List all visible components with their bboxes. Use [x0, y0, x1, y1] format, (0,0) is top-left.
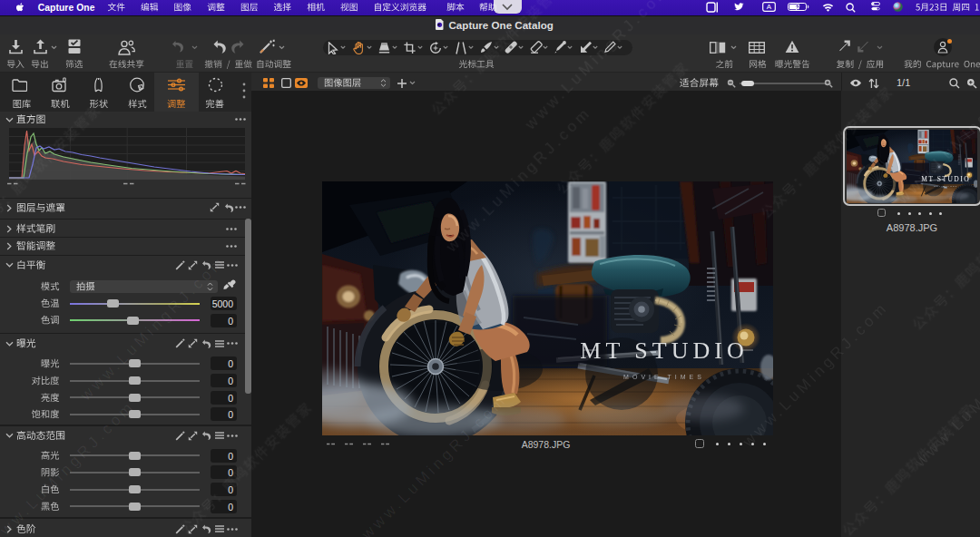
svg-text:A: A [766, 4, 771, 12]
